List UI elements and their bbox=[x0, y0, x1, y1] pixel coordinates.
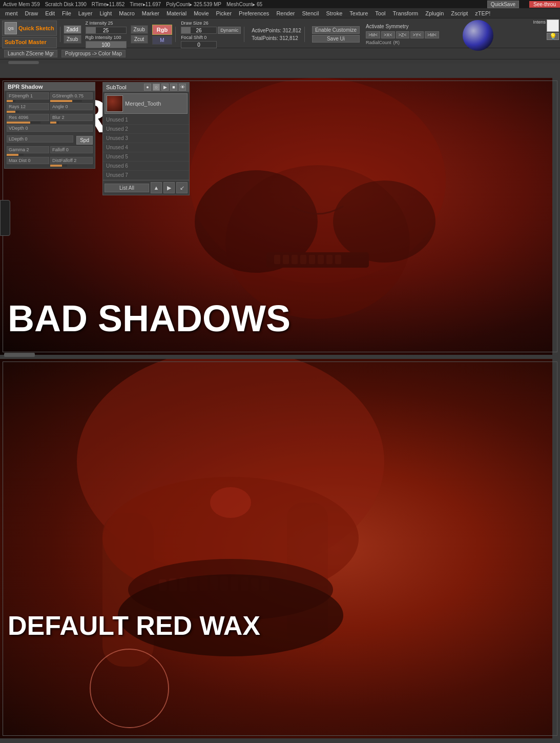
menu-texture[interactable]: Texture bbox=[346, 9, 371, 17]
subtool-unused-6[interactable]: Unused 6 bbox=[103, 162, 189, 171]
menu-macro[interactable]: Macro bbox=[116, 9, 138, 17]
creature-svg-bottom bbox=[0, 359, 482, 738]
menu-layer[interactable]: Layer bbox=[75, 9, 96, 17]
z-intensity-slider[interactable]: 25 bbox=[86, 27, 127, 34]
list-all-button[interactable]: List All bbox=[105, 184, 149, 192]
toolbar-sep-2 bbox=[175, 27, 176, 42]
sym-y-btn[interactable]: >Y< bbox=[410, 31, 424, 38]
rgb-intensity-slider[interactable]: 100 bbox=[86, 41, 127, 48]
launch-zscene-mgr-button[interactable]: Launch ZScene Mgr bbox=[4, 50, 57, 57]
subtool-unused-2[interactable]: Unused 2 bbox=[103, 125, 189, 134]
sym-m-btn[interactable]: >M< bbox=[366, 31, 380, 38]
bpr-circle-handle[interactable] bbox=[0, 200, 10, 236]
subtool-icon-1[interactable]: ● bbox=[144, 84, 151, 91]
rgb-button[interactable]: Rgb bbox=[152, 25, 172, 35]
bpr-angle[interactable]: Angle 0 bbox=[50, 103, 93, 113]
bpr-angle-label[interactable]: Angle 0 bbox=[50, 103, 93, 110]
subtool-icon-4[interactable]: ■ bbox=[170, 84, 177, 91]
bpr-maxdist-label[interactable]: Max Dist 0 bbox=[7, 157, 49, 164]
white-box[interactable] bbox=[547, 19, 559, 32]
menu-zplugin[interactable]: Zplugin bbox=[422, 9, 447, 17]
seethru-button[interactable]: See-throu bbox=[529, 1, 560, 8]
menu-ment[interactable]: ment bbox=[2, 9, 20, 17]
subtool-icon-2[interactable]: ○ bbox=[153, 84, 160, 91]
menu-light[interactable]: Light bbox=[96, 9, 115, 17]
bpr-gstrength[interactable]: GStrength 0.75 bbox=[50, 92, 93, 102]
quicksave-button[interactable]: QuickSave bbox=[487, 1, 519, 8]
menu-stencil[interactable]: Stencil bbox=[299, 9, 322, 17]
zcut-button[interactable]: Zcut bbox=[131, 35, 148, 44]
material-sphere[interactable] bbox=[463, 20, 493, 51]
bpr-vdepth-label[interactable]: VDepth 0 bbox=[7, 125, 93, 132]
bpr-fstrength[interactable]: FStrength 1 bbox=[7, 92, 49, 102]
zsub-button[interactable]: Zsub bbox=[64, 35, 81, 44]
subtool-unused-1[interactable]: Unused 1 bbox=[103, 115, 189, 125]
subtool-unused-4[interactable]: Unused 4 bbox=[103, 143, 189, 152]
subtool-icon-3[interactable]: ▶ bbox=[161, 84, 169, 91]
bpr-falloff-label[interactable]: Falloff 0 bbox=[50, 146, 93, 153]
sym-m2-btn[interactable]: >M< bbox=[425, 31, 439, 38]
quick-sketch-button[interactable]: QS Quick Sketch bbox=[2, 21, 57, 36]
subtool-arrow-up[interactable]: ▲ bbox=[151, 182, 162, 193]
bpr-fstrength-label[interactable]: FStrength 1 bbox=[7, 92, 49, 99]
zsub-alt-button[interactable]: Zsub bbox=[131, 25, 148, 34]
save-ui-button[interactable]: Save Ui bbox=[312, 35, 360, 43]
subtool-arrow-right[interactable]: ▶ bbox=[163, 182, 175, 193]
bpr-res-label[interactable]: Res 4096 bbox=[7, 114, 49, 121]
bpr-blur[interactable]: Blur 2 bbox=[50, 114, 93, 124]
menu-stroke[interactable]: Stroke bbox=[323, 9, 345, 17]
focal-shift-label: Focal Shift 0 bbox=[181, 35, 241, 40]
menu-picker[interactable]: Picker bbox=[213, 9, 235, 17]
bpr-gamma[interactable]: Gamma 2 bbox=[7, 146, 49, 156]
bpr-gamma-label[interactable]: Gamma 2 bbox=[7, 146, 49, 153]
bpr-vdepth[interactable]: VDepth 0 bbox=[7, 125, 93, 134]
canvas-bottom-viewport[interactable]: DEFAULT RED WAX bbox=[0, 359, 560, 738]
subtool-icon-eye[interactable]: 👁 bbox=[179, 84, 186, 91]
spd-button[interactable]: Spd bbox=[76, 136, 93, 145]
menu-tool[interactable]: Tool bbox=[372, 9, 388, 17]
bpr-maxdist[interactable]: Max Dist 0 bbox=[7, 157, 49, 167]
bpr-rays[interactable]: Rays 12 bbox=[7, 103, 49, 113]
bpr-falloff[interactable]: Falloff 0 bbox=[50, 146, 93, 156]
focal-shift-slider[interactable]: 0 bbox=[181, 41, 217, 48]
bpr-ldepth[interactable]: LDepth 0 bbox=[7, 135, 73, 145]
bpr-res[interactable]: Res 4096 bbox=[7, 114, 49, 124]
m-button[interactable]: M bbox=[152, 36, 172, 45]
bpr-gstrength-label[interactable]: GStrength 0.75 bbox=[50, 92, 93, 99]
menu-marker[interactable]: Marker bbox=[139, 9, 162, 17]
quick-sketch-label: Quick Sketch bbox=[18, 25, 54, 32]
light-icon[interactable]: 💡 bbox=[547, 33, 559, 40]
draw-size-slider[interactable]: 26 bbox=[181, 27, 217, 34]
menu-draw[interactable]: Draw bbox=[22, 9, 41, 17]
menu-ztep[interactable]: zTEP! bbox=[472, 9, 493, 17]
menu-material[interactable]: Material bbox=[163, 9, 190, 17]
bpr-distfalloff[interactable]: DistFalloff 2 bbox=[50, 157, 93, 167]
subtool-unused-3[interactable]: Unused 3 bbox=[103, 134, 189, 143]
menu-edit[interactable]: Edit bbox=[42, 9, 58, 17]
dynamic-button[interactable]: Dynamic bbox=[218, 27, 241, 34]
menu-render[interactable]: Render bbox=[273, 9, 298, 17]
subtool-merged-tooth-item[interactable]: Merqed_Tooth bbox=[105, 93, 188, 114]
mid-scrollbar[interactable] bbox=[4, 353, 35, 357]
menu-file[interactable]: File bbox=[59, 9, 74, 17]
subtool-unused-7[interactable]: Unused 7 bbox=[103, 171, 189, 180]
menu-preferences[interactable]: Preferences bbox=[236, 9, 272, 17]
bpr-rays-label[interactable]: Rays 12 bbox=[7, 103, 49, 110]
subtool-master-button[interactable]: SubTool Master bbox=[2, 37, 57, 48]
sym-z-btn[interactable]: >Z< bbox=[396, 31, 409, 38]
menu-movie[interactable]: Movie bbox=[191, 9, 212, 17]
draw-size-label: Draw Size 26 bbox=[181, 21, 241, 26]
menu-zscript[interactable]: Zscript bbox=[448, 9, 471, 17]
menu-transform[interactable]: Transform bbox=[390, 9, 422, 17]
enable-customize-button[interactable]: Enable Customize bbox=[312, 26, 360, 34]
mini-scrollbar[interactable] bbox=[8, 61, 39, 64]
zadd-button[interactable]: Zadd bbox=[64, 25, 81, 34]
polygroups-colormap-button[interactable]: Polygroups -> Color Map bbox=[61, 50, 126, 57]
bpr-fields: FStrength 1 GStrength 0.75 Rays 12 Angle… bbox=[5, 91, 95, 168]
subtool-arrow-down[interactable]: ↙ bbox=[176, 182, 188, 193]
bpr-blur-label[interactable]: Blur 2 bbox=[50, 114, 93, 121]
bpr-ldepth-label[interactable]: LDepth 0 bbox=[7, 135, 73, 143]
bpr-distfalloff-label[interactable]: DistFalloff 2 bbox=[50, 157, 93, 164]
sym-x-btn[interactable]: >X< bbox=[381, 31, 395, 38]
subtool-unused-5[interactable]: Unused 5 bbox=[103, 152, 189, 162]
